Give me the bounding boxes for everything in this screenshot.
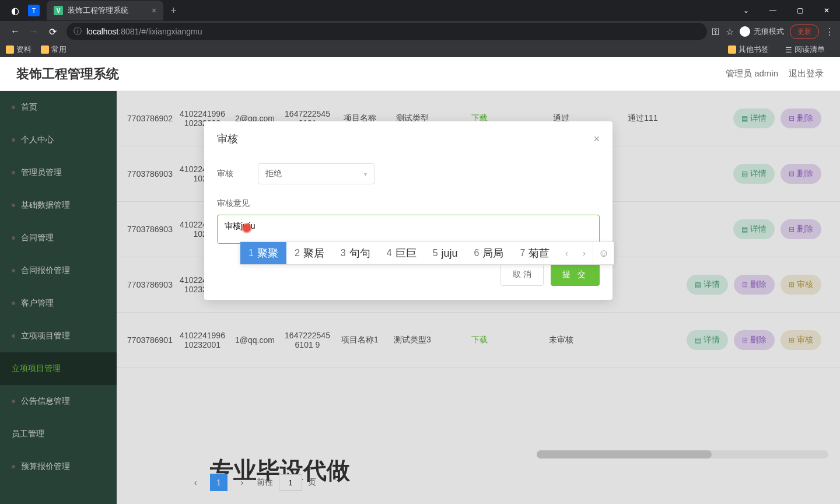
bookmark-item[interactable]: 常用 <box>41 44 66 55</box>
ime-candidate[interactable]: 5juju <box>425 242 466 264</box>
ime-candidate-bar: 1聚聚 2聚居 3句句 4巨巨 5juju 6局局 7菊苣 ‹ › ☺ <box>240 242 614 265</box>
url-port: :8081 <box>118 27 139 36</box>
url-host: localhost <box>86 27 118 36</box>
incognito-label: 无痕模式 <box>754 26 784 37</box>
vue-favicon-icon: V <box>54 6 63 15</box>
reading-list[interactable]: ☰阅读清单 <box>785 44 825 55</box>
info-icon: ⓘ <box>74 26 82 37</box>
ime-text: 菊苣 <box>528 246 550 260</box>
bookmark-item[interactable]: 资料 <box>6 44 32 55</box>
select-value: 拒绝 <box>265 169 282 179</box>
opinion-textarea[interactable] <box>217 215 600 244</box>
ime-text: juju <box>442 247 458 260</box>
bookmarks-row: 资料 常用 其他书签 ☰阅读清单 <box>0 42 840 57</box>
ime-prev-icon[interactable]: ‹ <box>558 249 575 258</box>
update-button[interactable]: 更新 <box>790 24 819 39</box>
tab-close-icon[interactable]: × <box>152 6 156 15</box>
opinion-label: 审核意见 <box>217 198 258 209</box>
logout-button[interactable]: 退出登录 <box>789 68 824 79</box>
profile-icon[interactable]: ◐ <box>9 5 21 16</box>
dropdown-icon[interactable]: ⌄ <box>733 0 760 21</box>
address-row: ← → ⟳ ⓘ localhost:8081/#/lixiangxiangmu … <box>0 21 840 42</box>
back-icon[interactable]: ← <box>6 22 24 41</box>
modal-header: 审核 × <box>204 121 612 152</box>
ime-num: 6 <box>474 248 480 258</box>
cursor-indicator-icon <box>241 222 253 234</box>
ime-num: 5 <box>433 248 438 258</box>
star-icon[interactable]: ☆ <box>726 26 734 37</box>
maximize-icon[interactable]: ▢ <box>786 0 813 21</box>
audit-select[interactable]: 拒绝 ▾ <box>258 163 374 184</box>
bookmark-label: 资料 <box>16 44 32 55</box>
ime-emoji-icon[interactable]: ☺ <box>593 242 614 264</box>
menu-icon[interactable]: ⋮ <box>825 26 834 37</box>
tab-add-icon[interactable]: + <box>170 5 177 17</box>
tab-title: 装饰工程管理系统 <box>68 5 128 16</box>
ime-text: 句句 <box>349 246 370 260</box>
ime-candidate[interactable]: 3句句 <box>332 242 379 264</box>
chevron-down-icon: ▾ <box>364 171 367 177</box>
window-controls: ⌄ — ▢ ✕ <box>733 0 840 21</box>
ime-text: 聚聚 <box>257 246 278 260</box>
modal-title: 审核 <box>217 132 238 146</box>
submit-button[interactable]: 提 交 <box>551 264 600 286</box>
ime-candidate[interactable]: 1聚聚 <box>240 242 286 264</box>
opinion-input[interactable] <box>225 222 592 231</box>
incognito-badge: 无痕模式 <box>740 26 784 37</box>
modal-body: 审核 拒绝 ▾ 审核意见 <box>204 152 612 256</box>
ime-text: 巨巨 <box>396 246 416 260</box>
browser-chrome: ◐ T V 装饰工程管理系统 × + ⌄ — ▢ ✕ ← → ⟳ ⓘ local… <box>0 0 840 57</box>
ime-candidate[interactable]: 7菊苣 <box>512 242 558 264</box>
bookmark-label: 常用 <box>51 44 66 55</box>
incognito-icon <box>740 26 750 37</box>
browser-tab[interactable]: V 装饰工程管理系统 × <box>47 1 163 20</box>
current-user: 管理员 admin <box>726 68 778 79</box>
key-icon[interactable]: ⚿ <box>712 27 720 36</box>
ime-num: 1 <box>249 248 254 258</box>
other-bookmarks[interactable]: 其他书签 <box>728 44 769 55</box>
reload-icon[interactable]: ⟳ <box>43 22 62 41</box>
app-header: 装饰工程管理系统 管理员 admin 退出登录 <box>0 57 840 91</box>
close-icon[interactable]: × <box>593 133 600 145</box>
ime-text: 聚居 <box>303 246 324 260</box>
ime-next-icon[interactable]: › <box>575 249 593 258</box>
tabs-row: ◐ T V 装饰工程管理系统 × + ⌄ — ▢ ✕ <box>0 0 840 21</box>
folder-icon <box>6 46 14 54</box>
ime-candidate[interactable]: 6局局 <box>466 242 512 264</box>
folder-icon <box>41 46 49 54</box>
ime-num: 4 <box>387 248 392 258</box>
audit-modal: 审核 × 审核 拒绝 ▾ 审核意见 取 消 提 交 <box>204 121 612 300</box>
folder-icon <box>728 46 736 54</box>
ime-candidate[interactable]: 4巨巨 <box>379 242 425 264</box>
bookmark-label: 阅读清单 <box>794 44 825 55</box>
list-icon: ☰ <box>785 46 792 54</box>
url-path: /#/lixiangxiangmu <box>139 27 202 36</box>
ime-text: 局局 <box>482 246 503 260</box>
ime-num: 7 <box>520 248 525 258</box>
forward-icon[interactable]: → <box>24 22 43 41</box>
minimize-icon[interactable]: — <box>760 0 786 21</box>
page-title: 装饰工程管理系统 <box>16 65 119 83</box>
close-window-icon[interactable]: ✕ <box>813 0 840 21</box>
bookmark-label: 其他书签 <box>738 44 769 55</box>
cancel-button[interactable]: 取 消 <box>501 264 544 286</box>
app-icon[interactable]: T <box>28 5 40 16</box>
ime-num: 3 <box>341 248 346 258</box>
ime-num: 2 <box>295 248 300 258</box>
audit-label: 审核 <box>217 169 258 179</box>
ime-candidate[interactable]: 2聚居 <box>286 242 332 264</box>
address-bar[interactable]: ⓘ localhost:8081/#/lixiangxiangmu <box>66 23 707 40</box>
form-row-audit: 审核 拒绝 ▾ <box>217 163 600 184</box>
